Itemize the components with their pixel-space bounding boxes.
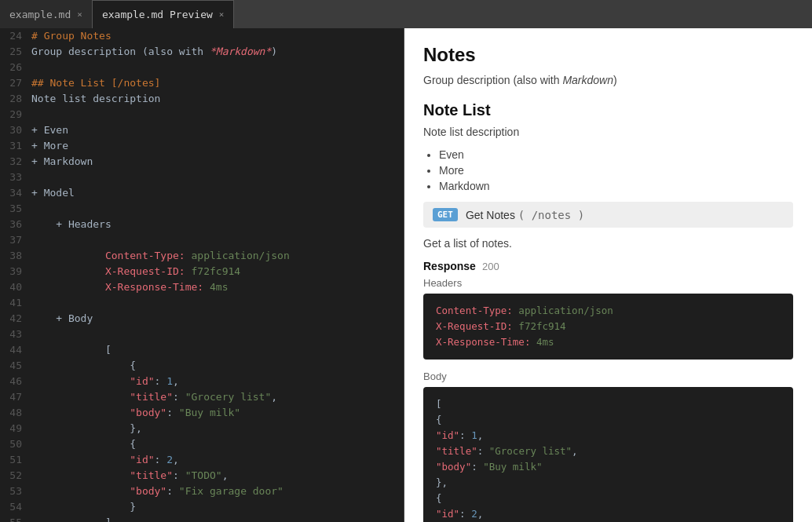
tab-bar: example.md × example.md Preview × xyxy=(0,0,812,28)
line-number: 45 xyxy=(0,358,28,374)
preview-pane[interactable]: Notes Group description (also with Markd… xyxy=(404,28,812,522)
response-line: Response 200 xyxy=(423,260,793,272)
line-number: 31 xyxy=(0,138,28,154)
line-content: } xyxy=(28,499,404,515)
line-content: Note list description xyxy=(28,91,404,107)
body-line-5: "body": "Buy milk" xyxy=(436,459,781,475)
editor-line: 41 xyxy=(0,295,404,311)
line-number: 44 xyxy=(0,342,28,358)
body-line-2: { xyxy=(436,412,781,428)
editor-line: 38 Content-Type: application/json xyxy=(0,248,404,264)
line-number: 32 xyxy=(0,154,28,170)
line-content: + More xyxy=(28,138,404,154)
editor-line: 55 ] xyxy=(0,515,404,522)
body-line-3: "id": 1, xyxy=(436,428,781,444)
tab-editor-label: example.md xyxy=(9,9,71,20)
line-content: + Markdown xyxy=(28,154,404,170)
editor-line: 37 xyxy=(0,232,404,248)
tab-preview[interactable]: example.md Preview × xyxy=(93,0,235,28)
line-number: 34 xyxy=(0,185,28,201)
editor-line: 51 "id": 2, xyxy=(0,452,404,468)
line-content: "title": "Grocery list", xyxy=(28,389,404,405)
line-content: X-Request-ID: f72fc914 xyxy=(28,264,404,279)
editor-line: 42 + Body xyxy=(0,311,404,327)
editor-line: 50 { xyxy=(0,436,404,452)
line-content: X-Response-Time: 4ms xyxy=(28,279,404,295)
list-item-more: More xyxy=(439,164,793,177)
tab-editor[interactable]: example.md × xyxy=(0,0,93,28)
editor-line: 54 } xyxy=(0,499,404,515)
headers-label: Headers xyxy=(423,277,793,289)
line-content xyxy=(28,170,404,185)
line-number: 37 xyxy=(0,232,28,248)
get-badge: GET xyxy=(433,208,458,221)
editor-line: 33 xyxy=(0,170,404,185)
get-label-text: Get Notes xyxy=(466,209,515,221)
line-content: "id": 2, xyxy=(28,452,404,468)
body-line-1: [ xyxy=(436,396,781,412)
tab-spacer xyxy=(234,0,812,28)
editor-line: 32+ Markdown xyxy=(0,154,404,170)
line-content: + Body xyxy=(28,311,404,327)
editor-line: 24# Group Notes xyxy=(0,28,404,44)
line-content: ] xyxy=(28,515,404,522)
editor-line: 26 xyxy=(0,60,404,75)
group-desc-suffix: ) xyxy=(613,74,617,86)
preview-h2-note-list: Note List xyxy=(423,101,793,119)
line-number: 43 xyxy=(0,327,28,342)
body-line-8: "id": 2, xyxy=(436,506,781,522)
editor-line: 40 X-Response-Time: 4ms xyxy=(0,279,404,295)
editor-line: 52 "title": "TODO", xyxy=(0,468,404,484)
line-content: "body": "Buy milk" xyxy=(28,405,404,421)
line-content: "id": 1, xyxy=(28,374,404,389)
line-number: 33 xyxy=(0,170,28,185)
line-number: 54 xyxy=(0,499,28,515)
line-number: 52 xyxy=(0,468,28,484)
line-content: Content-Type: application/json xyxy=(28,248,404,264)
header-line-2: X-Request-ID: f72fc914 xyxy=(436,319,781,334)
editor-line: 27## Note List [/notes] xyxy=(0,75,404,91)
line-number: 27 xyxy=(0,75,28,91)
line-number: 26 xyxy=(0,60,28,75)
line-number: 55 xyxy=(0,515,28,522)
editor-line: 45 { xyxy=(0,358,404,374)
line-number: 46 xyxy=(0,374,28,389)
header-line-3: X-Response-Time: 4ms xyxy=(436,334,781,350)
editor-pane[interactable]: 24# Group Notes25Group description (also… xyxy=(0,28,404,522)
tab-preview-close-icon[interactable]: × xyxy=(219,9,225,20)
line-content: [ xyxy=(28,342,404,358)
get-label: Get Notes ( /notes ) xyxy=(466,209,584,221)
line-number: 53 xyxy=(0,484,28,499)
tab-preview-label: example.md Preview xyxy=(102,9,213,20)
body-line-6: }, xyxy=(436,475,781,491)
editor-line: 30+ Even xyxy=(0,122,404,138)
body-code-block: [ { "id": 1, "title": "Grocery list", "b… xyxy=(423,387,793,522)
line-number: 38 xyxy=(0,248,28,264)
editor-line: 44 [ xyxy=(0,342,404,358)
line-number: 49 xyxy=(0,421,28,436)
line-number: 48 xyxy=(0,405,28,421)
line-number: 51 xyxy=(0,452,28,468)
line-number: 50 xyxy=(0,436,28,452)
editor-line: 46 "id": 1, xyxy=(0,374,404,389)
preview-get-desc: Get a list of notes. xyxy=(423,235,793,252)
header-line-1: Content-Type: application/json xyxy=(436,303,781,319)
tab-editor-close-icon[interactable]: × xyxy=(77,9,82,20)
get-bar: GET Get Notes ( /notes ) xyxy=(423,202,793,228)
group-desc-prefix: Group description (also with xyxy=(423,74,562,86)
line-number: 28 xyxy=(0,91,28,107)
editor-line: 35 xyxy=(0,201,404,217)
editor-line: 39 X-Request-ID: f72fc914 xyxy=(0,264,404,279)
main-content: 24# Group Notes25Group description (also… xyxy=(0,28,812,522)
body-line-4: "title": "Grocery list", xyxy=(436,444,781,459)
line-number: 30 xyxy=(0,122,28,138)
line-content xyxy=(28,107,404,122)
line-content: "title": "TODO", xyxy=(28,468,404,484)
editor-line: 31+ More xyxy=(0,138,404,154)
editor-line: 49 }, xyxy=(0,421,404,436)
line-content: + Headers xyxy=(28,217,404,232)
editor-line: 25Group description (also with *Markdown… xyxy=(0,44,404,60)
editor-line: 43 xyxy=(0,327,404,342)
preview-group-desc: Group description (also with Markdown) xyxy=(423,72,793,89)
group-desc-italic: Markdown xyxy=(562,74,613,86)
